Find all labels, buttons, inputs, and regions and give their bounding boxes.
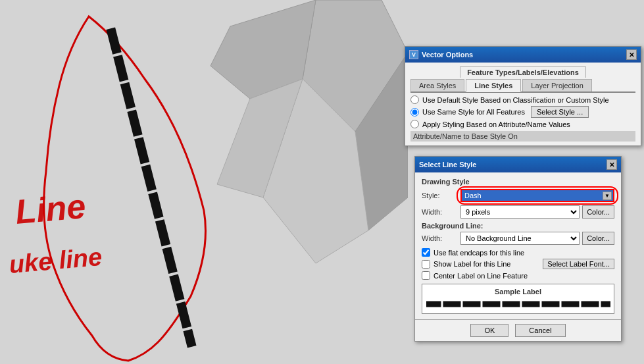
tab-layer-projection[interactable]: Layer Projection: [522, 79, 592, 91]
radio-same-style-input[interactable]: [410, 108, 419, 117]
select-line-dialog: Select Line Style ✕ Drawing Style Style:…: [414, 156, 622, 342]
cancel-button[interactable]: Cancel: [515, 324, 565, 337]
show-label-label: Show Label for this Line: [433, 260, 510, 268]
flat-endcaps-checkbox[interactable]: [422, 248, 430, 257]
radio-attribute-style-label: Apply Styling Based on Attribute/Name Va…: [422, 120, 570, 128]
sample-label-title: Sample Label: [426, 288, 610, 296]
width-label: Width:: [422, 208, 458, 216]
radio-same-style-label: Use Same Style for All Features: [422, 108, 525, 116]
ok-button[interactable]: OK: [470, 324, 508, 337]
radio-attribute-style-input[interactable]: [410, 120, 419, 128]
show-label-row: Show Label for this Line Select Label Fo…: [422, 259, 614, 269]
select-line-titlebar: Select Line Style ✕: [415, 157, 621, 172]
vector-options-dialog: V Vector Options ✕ Feature Types/Labels/…: [405, 46, 641, 146]
svg-line-5: [112, 33, 191, 342]
svg-text:uke line: uke line: [8, 243, 103, 278]
style-select[interactable]: Dash: [460, 189, 614, 202]
color-button[interactable]: Color...: [582, 205, 614, 219]
tab-feature-types[interactable]: Feature Types/Labels/Elevations: [460, 66, 586, 78]
bg-color-button[interactable]: Color...: [582, 232, 614, 245]
vector-options-body: Feature Types/Labels/Elevations Area Sty…: [405, 63, 641, 145]
vector-options-titlebar: V Vector Options ✕: [405, 47, 641, 63]
select-line-close-btn[interactable]: ✕: [607, 159, 617, 170]
sample-label-section: Sample Label: [422, 284, 614, 314]
bg-width-select[interactable]: No Background Line1 pixel2 pixels: [460, 232, 580, 245]
tab-row-top: Feature Types/Labels/Elevations: [410, 66, 635, 78]
dialog-footer: OK Cancel: [415, 319, 621, 341]
style-select-wrapper: Dash: [460, 189, 614, 202]
width-form-row: Width: 9 pixels1 pixel2 pixels3 pixels C…: [422, 205, 614, 219]
center-label-label: Center Label on Line Feature: [433, 272, 528, 280]
radio-same-style: Use Same Style for All Features Select S…: [410, 106, 635, 118]
radio-default-style-label: Use Default Style Based on Classificatio…: [422, 96, 609, 104]
tab-line-styles[interactable]: Line Styles: [466, 79, 521, 92]
flat-endcaps-row: Use flat endcaps for this line: [422, 248, 614, 257]
radio-attribute-style: Apply Styling Based on Attribute/Name Va…: [410, 120, 635, 128]
tabs-section: Feature Types/Labels/Elevations Area Sty…: [410, 66, 635, 93]
select-label-font-button[interactable]: Select Label Font...: [543, 259, 614, 269]
radio-group: Use Default Style Based on Classificatio…: [410, 95, 635, 128]
bg-width-label: Width:: [422, 234, 458, 242]
sample-line-svg: [426, 299, 610, 309]
radio-default-style: Use Default Style Based on Classificatio…: [410, 95, 635, 104]
sample-line-preview: [426, 298, 610, 310]
vector-options-icon: V: [409, 50, 418, 59]
drawing-style-label: Drawing Style: [422, 178, 614, 186]
bg-width-form-row: Width: No Background Line1 pixel2 pixels…: [422, 232, 614, 245]
background-line-label: Background Line:: [422, 222, 614, 230]
show-label-checkbox[interactable]: [422, 260, 430, 269]
select-line-body: Drawing Style Style: Dash Width: 9 pixel…: [415, 172, 621, 319]
tab-row-bottom: Area Styles Line Styles Layer Projection: [410, 79, 635, 93]
vector-options-title: Vector Options: [422, 51, 473, 59]
style-form-row: Style: Dash: [422, 189, 614, 202]
vector-options-close-btn[interactable]: ✕: [626, 49, 637, 60]
radio-default-style-input[interactable]: [410, 95, 419, 104]
select-style-button[interactable]: Select Style ...: [531, 106, 589, 118]
tab-area-styles[interactable]: Area Styles: [410, 79, 464, 91]
canvas-drawing: Line uke line: [0, 0, 408, 364]
center-label-row: Center Label on Line Feature: [422, 271, 614, 280]
center-label-checkbox[interactable]: [422, 271, 430, 280]
style-label: Style:: [422, 192, 458, 199]
width-select[interactable]: 9 pixels1 pixel2 pixels3 pixels: [460, 205, 580, 219]
attribute-label-bar: Attribute/Name to Base Style On: [410, 131, 635, 142]
select-line-title: Select Line Style: [419, 161, 476, 169]
svg-text:Line: Line: [14, 187, 87, 231]
flat-endcaps-label: Use flat endcaps for this line: [433, 249, 524, 257]
